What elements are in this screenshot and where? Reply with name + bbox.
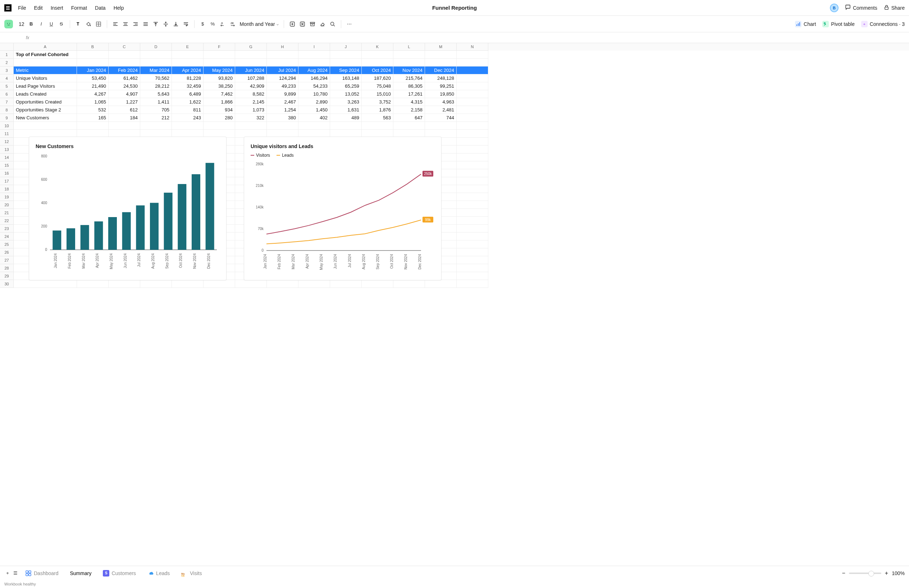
- row-header-10[interactable]: 10: [0, 122, 14, 130]
- cell-M1[interactable]: [425, 51, 457, 58]
- cell-M10[interactable]: [425, 122, 457, 130]
- menu-file[interactable]: File: [18, 5, 26, 11]
- cell-L3[interactable]: Nov 2024: [393, 66, 425, 74]
- cell-K5[interactable]: 75,048: [362, 82, 393, 90]
- borders-button[interactable]: [95, 21, 102, 27]
- cell-K30[interactable]: [362, 280, 393, 288]
- align-left-button[interactable]: [112, 21, 119, 27]
- cell-D2[interactable]: [140, 58, 172, 66]
- cell-I2[interactable]: [298, 58, 330, 66]
- chart-button[interactable]: Chart: [795, 21, 816, 27]
- cell-D30[interactable]: [140, 280, 172, 288]
- cell-F3[interactable]: May 2024: [204, 66, 235, 74]
- cell-A10[interactable]: [14, 122, 77, 130]
- cell-C4[interactable]: 61,462: [108, 74, 140, 82]
- decimal-decrease-button[interactable]: .0: [220, 21, 226, 27]
- cell-A1[interactable]: Top of Funnel Cohorted: [14, 51, 77, 58]
- sheet-list-button[interactable]: ☰: [12, 570, 19, 577]
- row-header-15[interactable]: 15: [0, 162, 14, 169]
- row-header-17[interactable]: 17: [0, 177, 14, 185]
- cell-B5[interactable]: 21,490: [77, 82, 108, 90]
- cell-F30[interactable]: [204, 280, 235, 288]
- cell-E1[interactable]: [172, 51, 204, 58]
- cell-N4[interactable]: [457, 74, 488, 82]
- cell-K7[interactable]: 3,752: [362, 98, 393, 106]
- cell-H7[interactable]: 2,467: [267, 98, 298, 106]
- cell-K8[interactable]: 1,876: [362, 106, 393, 114]
- column-header-K[interactable]: K: [362, 43, 393, 51]
- cell-B30[interactable]: [77, 280, 108, 288]
- cell-N10[interactable]: [457, 122, 488, 130]
- add-sheet-button[interactable]: +: [4, 570, 11, 577]
- cell-D7[interactable]: 1,411: [140, 98, 172, 106]
- cell-C6[interactable]: 4,907: [108, 90, 140, 98]
- underline-button[interactable]: U: [48, 21, 55, 27]
- cell-K4[interactable]: 187,620: [362, 74, 393, 82]
- row-header-21[interactable]: 21: [0, 209, 14, 217]
- row-header-14[interactable]: 14: [0, 153, 14, 162]
- cell-M2[interactable]: [425, 58, 457, 66]
- cell-E3[interactable]: Apr 2024: [172, 66, 204, 74]
- menu-insert[interactable]: Insert: [51, 5, 63, 11]
- cell-J4[interactable]: 163,148: [330, 74, 362, 82]
- cell-N13[interactable]: [457, 145, 488, 153]
- cell-F9[interactable]: 280: [204, 114, 235, 122]
- cell-A4[interactable]: Unique Visitors: [14, 74, 77, 82]
- percent-button[interactable]: %: [210, 21, 216, 27]
- cell-L5[interactable]: 86,305: [393, 82, 425, 90]
- cell-D8[interactable]: 705: [140, 106, 172, 114]
- row-header-12[interactable]: 12: [0, 138, 14, 145]
- cell-J7[interactable]: 3,263: [330, 98, 362, 106]
- row-header-11[interactable]: 11: [0, 130, 14, 138]
- cell-E6[interactable]: 6,489: [172, 90, 204, 98]
- align-right-button[interactable]: [132, 21, 139, 27]
- cell-K3[interactable]: Oct 2024: [362, 66, 393, 74]
- cell-N12[interactable]: [457, 138, 488, 145]
- cell-H6[interactable]: 9,899: [267, 90, 298, 98]
- menu-data[interactable]: Data: [95, 5, 106, 11]
- row-header-22[interactable]: 22: [0, 217, 14, 225]
- share-button[interactable]: Share: [884, 5, 905, 11]
- cell-F7[interactable]: 1,866: [204, 98, 235, 106]
- cell-L10[interactable]: [393, 122, 425, 130]
- cell-N17[interactable]: [457, 177, 488, 185]
- cell-G4[interactable]: 107,288: [235, 74, 267, 82]
- cell-H2[interactable]: [267, 58, 298, 66]
- line-chart-card[interactable]: Unique visitors and Leads VisitorsLeads …: [244, 137, 442, 280]
- tab-leads[interactable]: Leads: [142, 568, 175, 579]
- cell-N24[interactable]: [457, 233, 488, 241]
- cell-A5[interactable]: Lead Page Visitors: [14, 82, 77, 90]
- cell-C10[interactable]: [108, 122, 140, 130]
- row-header-3[interactable]: 3: [0, 66, 14, 74]
- more-button[interactable]: ⋯: [346, 21, 353, 27]
- cell-G30[interactable]: [235, 280, 267, 288]
- valign-bottom-button[interactable]: [173, 21, 179, 27]
- cell-N3[interactable]: [457, 66, 488, 74]
- app-logo[interactable]: [4, 4, 11, 11]
- cell-B3[interactable]: Jan 2024: [77, 66, 108, 74]
- cell-A3[interactable]: Metric: [14, 66, 77, 74]
- row-header-23[interactable]: 23: [0, 225, 14, 233]
- row-header-18[interactable]: 18: [0, 185, 14, 193]
- font-size-input[interactable]: 12: [19, 21, 24, 27]
- zoom-in-button[interactable]: +: [885, 570, 888, 577]
- cell-A8[interactable]: Opportunities Stage 2: [14, 106, 77, 114]
- cell-E8[interactable]: 811: [172, 106, 204, 114]
- fill-color-button[interactable]: [85, 21, 92, 27]
- cell-E4[interactable]: 81,228: [172, 74, 204, 82]
- cell-N26[interactable]: [457, 248, 488, 256]
- tab-visits[interactable]: MySQLVisits: [176, 568, 207, 579]
- column-header-J[interactable]: J: [330, 43, 362, 51]
- document-title[interactable]: Funnel Reporting: [432, 5, 477, 11]
- cell-G8[interactable]: 1,073: [235, 106, 267, 114]
- cell-B7[interactable]: 1,065: [77, 98, 108, 106]
- cell-G1[interactable]: [235, 51, 267, 58]
- cell-I3[interactable]: Aug 2024: [298, 66, 330, 74]
- cell-A7[interactable]: Opportunities Created: [14, 98, 77, 106]
- strikethrough-button[interactable]: S: [58, 21, 65, 27]
- cell-F5[interactable]: 38,250: [204, 82, 235, 90]
- text-color-button[interactable]: T: [75, 21, 82, 27]
- cell-N14[interactable]: [457, 153, 488, 162]
- cell-G9[interactable]: 322: [235, 114, 267, 122]
- cell-I9[interactable]: 402: [298, 114, 330, 122]
